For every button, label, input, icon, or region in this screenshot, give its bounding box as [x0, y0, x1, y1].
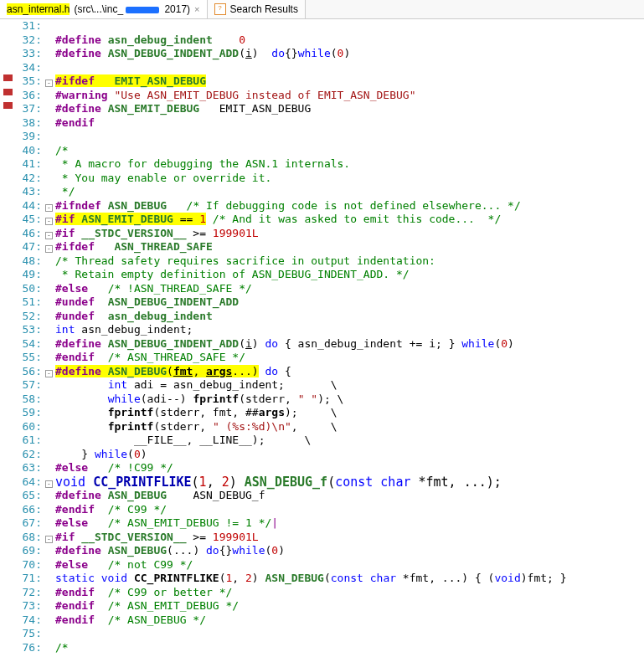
line-number: 58:: [15, 393, 42, 407]
code-line[interactable]: #define asn_debug_indent 0: [55, 33, 567, 48]
code-line[interactable]: #endif /* ASN_THREAD_SAFE */: [55, 351, 567, 365]
line-number: 50:: [15, 282, 42, 296]
search-icon: ?: [214, 3, 226, 15]
line-number: 32:: [15, 33, 42, 48]
line-number: 37:: [15, 102, 42, 116]
line-number: 45:: [15, 213, 42, 227]
fold-toggle[interactable]: -: [45, 80, 53, 87]
code-line[interactable]: * You may enable or override it.: [55, 172, 567, 186]
code-line[interactable]: #if ASN_EMIT_DEBUG == 1 /* And it was as…: [55, 213, 567, 227]
line-number: 69:: [15, 544, 42, 558]
fold-toggle[interactable]: -: [45, 370, 53, 377]
code-line[interactable]: int adi = asn_debug_indent; \: [55, 378, 567, 393]
code-line[interactable]: [55, 130, 567, 144]
fold-toggle[interactable]: -: [45, 232, 53, 239]
line-number: 46:: [15, 227, 42, 241]
code-line[interactable]: #ifndef ASN_DEBUG /* If debugging code i…: [55, 199, 567, 213]
code-line[interactable]: * Retain empty definition of ASN_DEBUG_I…: [55, 268, 567, 282]
fold-toggle[interactable]: -: [45, 204, 53, 212]
code-line[interactable]: * A macro for debugging the ASN.1 intern…: [55, 157, 567, 172]
code-line[interactable]: #define ASN_DEBUG(fmt, args...) do {: [55, 365, 567, 379]
code-line[interactable]: /*: [55, 144, 567, 158]
code-line[interactable]: #else /* not C99 */: [55, 558, 567, 572]
line-number: 60:: [15, 420, 42, 434]
code-line[interactable]: #if __STDC_VERSION__ >= 199901L: [55, 227, 567, 241]
code-line[interactable]: int asn_debug_indent;: [55, 323, 567, 337]
line-number: 33:: [15, 47, 42, 61]
code-line[interactable]: #define ASN_DEBUG_INDENT_ADD(i) do{}whil…: [55, 47, 567, 61]
line-number: 51:: [15, 295, 42, 310]
code-line[interactable]: /*: [55, 641, 567, 655]
line-number: 66:: [15, 503, 42, 517]
line-number: 53:: [15, 323, 42, 337]
line-number: 65:: [15, 489, 42, 503]
line-number: 38:: [15, 116, 42, 131]
line-number: 64:: [15, 475, 42, 490]
line-number: 72:: [15, 586, 42, 600]
fold-gutter: --------: [45, 19, 55, 654]
code-line[interactable]: } while(0): [55, 448, 567, 462]
code-line[interactable]: [55, 627, 567, 641]
line-number: 44:: [15, 199, 42, 213]
code-line[interactable]: #endif: [55, 116, 567, 131]
code-line[interactable]: #else /* ASN_EMIT_DEBUG != 1 */|: [55, 516, 567, 531]
tab-search-results[interactable]: ? Search Results: [208, 0, 306, 18]
code-line[interactable]: #endif /* C99 */: [55, 503, 567, 517]
line-number: 43:: [15, 185, 42, 199]
fold-toggle[interactable]: -: [45, 245, 53, 253]
code-line[interactable]: void CC_PRINTFLIKE(1, 2) ASN_DEBUG_f(con…: [55, 475, 567, 490]
fold-toggle[interactable]: -: [45, 480, 53, 488]
code-line[interactable]: [55, 19, 567, 33]
code-line[interactable]: #define ASN_EMIT_DEBUG EMIT_ASN_DEBUG: [55, 102, 567, 116]
redaction-bar: [126, 7, 159, 13]
code-line[interactable]: #endif /* ASN_DEBUG */: [55, 613, 567, 628]
code-line[interactable]: #endif /* C99 or better */: [55, 586, 567, 600]
code-line[interactable]: #undef ASN_DEBUG_INDENT_ADD: [55, 295, 567, 310]
line-number: 67:: [15, 516, 42, 531]
code-line[interactable]: #ifdef EMIT_ASN_DEBUG: [55, 74, 567, 89]
tab-bar: asn_internal.h (src\...\inc_ 2017) × ? S…: [0, 0, 644, 19]
code-line[interactable]: while(adi--) fprintf(stderr, " "); \: [55, 393, 567, 407]
line-number: 59:: [15, 406, 42, 420]
line-number: 74:: [15, 613, 42, 628]
code-line[interactable]: [55, 61, 567, 75]
line-number: 61:: [15, 434, 42, 448]
line-number: 73:: [15, 599, 42, 613]
line-number: 71:: [15, 572, 42, 586]
code-line[interactable]: #else /* !C99 */: [55, 461, 567, 475]
error-marker[interactable]: [3, 102, 13, 109]
line-number: 54:: [15, 337, 42, 352]
line-number: 35:: [15, 74, 42, 89]
line-number: 68:: [15, 531, 42, 545]
close-icon[interactable]: ×: [194, 4, 199, 14]
code-line[interactable]: #endif /* ASN_EMIT_DEBUG */: [55, 599, 567, 613]
code-line[interactable]: #define ASN_DEBUG(...) do{}while(0): [55, 544, 567, 558]
line-number: 48:: [15, 254, 42, 269]
line-number: 41:: [15, 157, 42, 172]
code-line[interactable]: #warning "Use ASN_EMIT_DEBUG instead of …: [55, 89, 567, 103]
code-line[interactable]: fprintf(stderr, " (%s:%d)\n", \: [55, 420, 567, 434]
error-marker[interactable]: [3, 89, 13, 95]
code-area[interactable]: #define asn_debug_indent 0#define ASN_DE…: [55, 19, 567, 654]
line-number: 40:: [15, 144, 42, 158]
code-line[interactable]: #if __STDC_VERSION__ >= 199901L: [55, 531, 567, 545]
code-line[interactable]: static void CC_PRINTFLIKE(1, 2) ASN_DEBU…: [55, 572, 567, 586]
code-line[interactable]: #else /* !ASN_THREAD_SAFE */: [55, 282, 567, 296]
code-line[interactable]: */: [55, 185, 567, 199]
error-marker[interactable]: [3, 74, 13, 81]
line-number: 70:: [15, 558, 42, 572]
code-line[interactable]: __FILE__, __LINE__); \: [55, 434, 567, 448]
fold-toggle[interactable]: -: [45, 218, 53, 225]
code-line[interactable]: #define ASN_DEBUG ASN_DEBUG_f: [55, 489, 567, 503]
code-line[interactable]: #undef asn_debug_indent: [55, 310, 567, 324]
tab-label: Search Results: [230, 3, 298, 15]
code-line[interactable]: #define ASN_DEBUG_INDENT_ADD(i) do { asn…: [55, 337, 567, 352]
line-number: 57:: [15, 378, 42, 393]
line-number: 62:: [15, 448, 42, 462]
line-number: 36:: [15, 89, 42, 103]
tab-source-file[interactable]: asn_internal.h (src\...\inc_ 2017) ×: [0, 0, 208, 18]
code-line[interactable]: fprintf(stderr, fmt, ##args); \: [55, 406, 567, 420]
code-line[interactable]: /* Thread safety requires sacrifice in o…: [55, 254, 567, 269]
fold-toggle[interactable]: -: [45, 536, 53, 543]
code-line[interactable]: #ifdef ASN_THREAD_SAFE: [55, 240, 567, 254]
